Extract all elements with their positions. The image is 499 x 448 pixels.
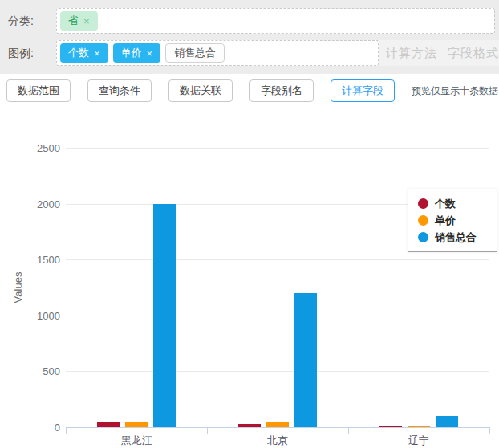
remove-tag-icon[interactable]: × — [83, 16, 90, 26]
bar-销售总合-辽宁[interactable] — [436, 416, 458, 427]
legend-item-label: 个数 — [435, 197, 456, 211]
tag-label: 销售总合 — [174, 46, 216, 60]
app-root: 分类: 省 × 图例: 个数 × 单价 × 销售总合 计算方法 字段格式 — [0, 0, 499, 448]
y-axis-tick-label: 1000 — [0, 310, 60, 322]
data-association-button[interactable]: 数据关联 — [168, 79, 233, 102]
bar-单价-北京[interactable] — [266, 422, 289, 427]
x-axis-category-label: 北京 — [207, 434, 348, 448]
x-axis-line — [66, 427, 490, 428]
legend-dot-icon — [418, 198, 428, 209]
field-alias-button[interactable]: 字段别名 — [250, 79, 314, 102]
y-axis-tick-label: 500 — [0, 365, 60, 377]
legend-label: 图例: — [8, 40, 55, 66]
x-axis-tick — [348, 427, 349, 434]
bar-个数-黑龙江[interactable] — [97, 422, 120, 427]
gridline — [66, 148, 489, 149]
legend-dot-icon — [418, 215, 428, 226]
bar-销售总合-北京[interactable] — [294, 293, 317, 427]
gridline — [66, 259, 489, 260]
chart-legend: 个数单价销售总合 — [408, 189, 497, 252]
remove-tag-icon[interactable]: × — [147, 48, 153, 59]
legend-tag-count[interactable]: 个数 × — [60, 43, 108, 63]
remove-tag-icon[interactable]: × — [94, 48, 100, 59]
category-dropzone[interactable]: 省 × — [56, 8, 495, 34]
legend-tag-sales-total[interactable]: 销售总合 — [165, 43, 225, 63]
category-tag-province[interactable]: 省 × — [60, 11, 98, 31]
y-axis-tick-label: 1500 — [0, 254, 60, 266]
query-condition-button[interactable]: 查询条件 — [87, 79, 152, 102]
field-actions-panel: 计算方法 字段格式 — [379, 40, 499, 66]
legend-dropzone[interactable]: 个数 × 单价 × 销售总合 — [56, 40, 379, 66]
calculated-field-button[interactable]: 计算字段 — [331, 79, 395, 102]
toolbar: 数据范围 查询条件 数据关联 字段别名 计算字段 预览仅显示十条数据 — [6, 79, 496, 102]
y-axis-tick-label: 2500 — [0, 142, 60, 154]
tag-label: 个数 — [68, 46, 89, 60]
config-panel: 分类: 省 × 图例: 个数 × 单价 × 销售总合 计算方法 字段格式 — [0, 0, 499, 74]
calc-method-action: 计算方法 — [386, 46, 437, 61]
gridline — [66, 371, 489, 372]
tag-label: 单价 — [121, 46, 142, 60]
x-axis-category-label: 辽宁 — [348, 434, 489, 448]
bar-销售总合-黑龙江[interactable] — [153, 204, 176, 427]
legend-dot-icon — [418, 232, 428, 242]
legend-item-label: 单价 — [435, 214, 456, 228]
bar-chart: 05001000150020002500Values黑龙江北京辽宁个数单价销售总… — [0, 124, 499, 448]
y-axis-tick-label: 0 — [0, 422, 60, 434]
bar-单价-黑龙江[interactable] — [125, 422, 148, 427]
tag-label: 省 — [68, 14, 79, 28]
bar-单价-辽宁[interactable] — [408, 426, 430, 427]
bar-个数-北京[interactable] — [238, 424, 261, 427]
category-label: 分类: — [8, 8, 55, 34]
y-axis-title: Values — [12, 272, 24, 303]
x-axis-category-label: 黑龙江 — [66, 434, 207, 448]
x-axis-tick — [489, 427, 490, 434]
bar-个数-辽宁[interactable] — [379, 426, 402, 427]
preview-note: 预览仅显示十条数据 — [412, 84, 498, 98]
legend-tag-unit-price[interactable]: 单价 × — [113, 43, 161, 63]
legend-item-销售总合[interactable]: 销售总合 — [418, 229, 490, 246]
legend-item-个数[interactable]: 个数 — [418, 195, 490, 212]
field-format-action: 字段格式 — [448, 46, 499, 61]
legend-item-label: 销售总合 — [435, 230, 477, 245]
y-axis-tick-label: 2000 — [0, 198, 60, 210]
legend-item-单价[interactable]: 单价 — [418, 212, 490, 229]
data-range-button[interactable]: 数据范围 — [6, 79, 71, 102]
gridline — [66, 316, 489, 316]
x-axis-tick — [207, 427, 208, 434]
x-axis-tick — [66, 427, 67, 434]
